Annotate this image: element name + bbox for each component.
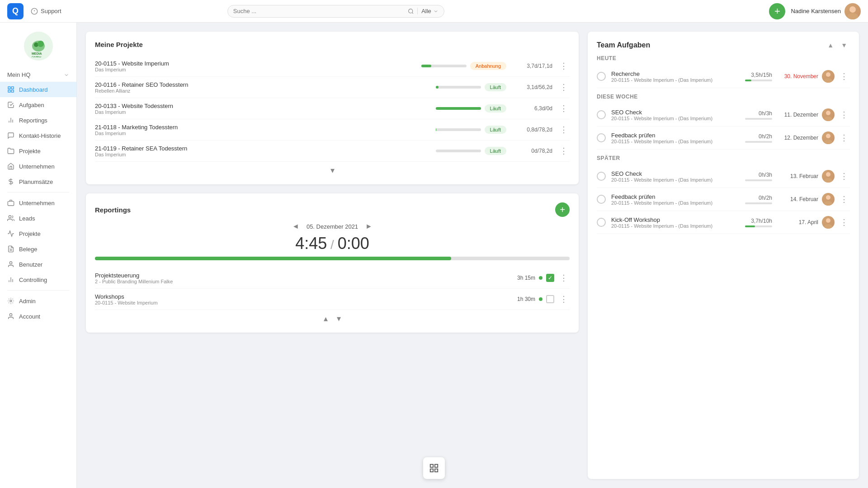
task-checkbox[interactable]	[597, 133, 606, 142]
user-name: Nadine Karstensen	[791, 8, 841, 14]
chevron-down-icon	[64, 72, 69, 78]
admin-icon	[7, 297, 14, 305]
project-menu-btn[interactable]: ⋮	[558, 80, 570, 94]
sidebar-item-controlling[interactable]: Controlling	[0, 272, 76, 287]
svg-rect-34	[430, 465, 433, 467]
search-icon	[408, 8, 414, 15]
search-input[interactable]	[233, 8, 408, 14]
reportings-expand-btn[interactable]: ▾	[337, 314, 341, 324]
project-status-area: Anbahnung	[421, 62, 506, 70]
project-progress-bar	[436, 107, 481, 110]
project-row: 20-0115 - Website Imperium Das Imperium …	[95, 56, 570, 77]
project-time: 6,3d/0d	[512, 105, 552, 112]
sidebar-item-unternehmen[interactable]: Unternehmen	[0, 195, 76, 211]
team-nav-up[interactable]: ▲	[825, 41, 836, 50]
task-row: Feedback prüfen 20-0115 - Website Imperi…	[597, 127, 850, 150]
svg-point-21	[9, 314, 12, 316]
svg-rect-37	[435, 469, 438, 472]
reporting-menu-btn[interactable]: ⋮	[558, 271, 570, 285]
sidebar-item-unternehmen-top[interactable]: Unternehmen	[0, 159, 76, 174]
svg-text:MEDIA: MEDIA	[32, 52, 42, 55]
reportings-progress-bar-container	[95, 257, 570, 260]
project-time: 0d/78,2d	[512, 148, 552, 154]
sidebar-item-planumstatze[interactable]: Planumsätze	[0, 174, 76, 189]
task-project: 20-0115 - Website Imperium - (Das Imperi…	[611, 200, 735, 206]
date-next-btn[interactable]: ►	[365, 222, 373, 230]
task-avatar	[822, 108, 835, 121]
grid-button[interactable]	[423, 457, 445, 479]
sidebar-item-benutzer[interactable]: Benutzer	[0, 257, 76, 272]
project-menu-btn[interactable]: ⋮	[558, 59, 570, 73]
add-button[interactable]: +	[769, 3, 785, 19]
task-name: Feedback prüfen	[611, 132, 735, 139]
reportings-collapse-btn[interactable]: ▴	[324, 314, 328, 324]
task-checkbox[interactable]	[597, 172, 606, 181]
task-checkbox[interactable]	[597, 195, 606, 204]
green-dot	[539, 276, 542, 280]
task-progress-bar	[745, 225, 772, 227]
task-checkbox[interactable]	[597, 72, 606, 81]
task-checkbox[interactable]	[597, 110, 606, 119]
reporting-checkbox[interactable]: ✓	[546, 274, 554, 282]
reporting-menu-btn[interactable]: ⋮	[558, 292, 570, 306]
svg-text:GMBH: GMBH	[32, 56, 41, 57]
sidebar-item-reportings[interactable]: Reportings	[0, 113, 76, 128]
project-menu-btn[interactable]: ⋮	[558, 144, 570, 158]
projects-expand-btn[interactable]: ▾	[330, 165, 335, 175]
task-menu-btn[interactable]: ⋮	[838, 192, 850, 206]
sidebar-item-mein-hq[interactable]: Mein HQ	[0, 68, 76, 82]
project-menu-btn[interactable]: ⋮	[558, 102, 570, 115]
project-time: 0,8d/78,2d	[512, 127, 552, 133]
svg-point-20	[10, 300, 12, 302]
svg-point-2	[849, 6, 856, 13]
company-logo: MEDIA GMBH	[24, 32, 53, 61]
project-status-area: Läuft	[436, 83, 506, 91]
sidebar-item-kontakt-historie[interactable]: Kontakt-Historie	[0, 128, 76, 143]
unternehmen-icon	[7, 199, 14, 206]
team-section: Diese Woche SEO Check 20-0115 - Website …	[597, 94, 850, 150]
svg-point-22	[826, 72, 830, 77]
task-checkbox[interactable]	[597, 218, 606, 227]
task-hours: 0h/3h	[759, 110, 772, 117]
date-prev-btn[interactable]: ◄	[292, 222, 299, 230]
project-client: Das Imperium	[95, 109, 436, 115]
chevron-down-icon	[433, 9, 439, 14]
sidebar-item-belege[interactable]: Belege	[0, 241, 76, 257]
sidebar-item-dashboard[interactable]: Dashboard	[0, 82, 76, 97]
project-row: 20-0133 - Website Todesstern Das Imperiu…	[95, 98, 570, 119]
sidebar-item-admin[interactable]: Admin	[0, 293, 76, 309]
svg-point-24	[826, 111, 830, 115]
team-section: Später SEO Check 20-0115 - Website Imper…	[597, 155, 850, 234]
status-badge: Läuft	[485, 147, 506, 155]
search-filter-dropdown[interactable]: Alle	[417, 8, 439, 14]
task-name: Recherche	[611, 70, 735, 77]
task-menu-btn[interactable]: ⋮	[838, 169, 850, 183]
project-menu-btn[interactable]: ⋮	[558, 123, 570, 136]
sidebar-item-account[interactable]: Account	[0, 309, 76, 324]
sidebar-item-projekte-top[interactable]: Projekte	[0, 143, 76, 159]
support-link[interactable]: Support	[31, 8, 61, 15]
reporting-row: Projektsteuerung 2 - Public Branding Mil…	[95, 267, 570, 289]
sidebar-item-projekte[interactable]: Projekte	[0, 226, 76, 241]
task-menu-btn[interactable]: ⋮	[838, 70, 850, 83]
sidebar-item-aufgaben[interactable]: Aufgaben	[0, 97, 76, 113]
task-row: Kick-Off Workshop 20-0115 - Website Impe…	[597, 211, 850, 234]
task-row: Feedback prüfen 20-0115 - Website Imperi…	[597, 188, 850, 211]
sidebar-item-leads[interactable]: Leads	[0, 211, 76, 226]
reportings-add-btn[interactable]: +	[555, 202, 570, 217]
task-menu-btn[interactable]: ⋮	[838, 131, 850, 145]
reportings-title: Reportings	[95, 206, 131, 214]
user-info[interactable]: Nadine Karstensen	[791, 3, 861, 19]
team-section-label: Später	[597, 155, 850, 161]
reporting-time: 1h 30m	[517, 296, 535, 302]
svg-point-23	[824, 78, 832, 83]
task-menu-btn[interactable]: ⋮	[838, 108, 850, 122]
team-nav-down[interactable]: ▼	[838, 41, 850, 50]
green-dot	[539, 297, 542, 301]
reporting-checkbox[interactable]	[546, 295, 554, 303]
task-project: 20-0115 - Website Imperium - (Das Imperi…	[611, 116, 735, 121]
task-menu-btn[interactable]: ⋮	[838, 216, 850, 229]
team-section-label: Diese Woche	[597, 94, 850, 100]
project-name: 21-0118 - Marketing Todesstern	[95, 124, 436, 131]
task-name: SEO Check	[611, 109, 735, 116]
